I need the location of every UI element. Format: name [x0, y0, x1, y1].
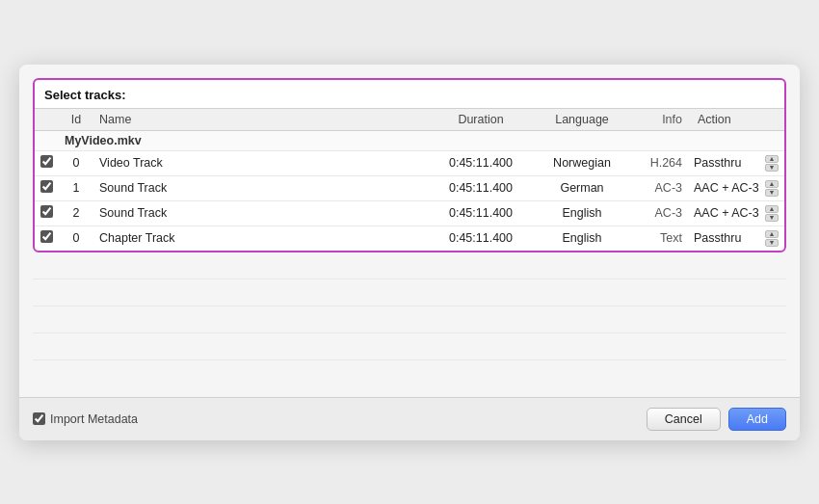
track-info: AC-3	[630, 200, 688, 225]
table-row: 0 Video Track 0:45:11.400 Norwegian H.26…	[35, 150, 784, 175]
file-name: MyVideo.mkv	[59, 130, 784, 150]
table-row: 1 Sound Track 0:45:11.400 German AC-3 AA…	[35, 175, 784, 200]
section-title: Select tracks:	[35, 80, 784, 108]
track-action-stepper[interactable]: ▲ ▼	[765, 230, 779, 247]
add-button[interactable]: Add	[728, 408, 786, 431]
track-language: German	[534, 175, 630, 200]
track-action-cell: Passthru ▲ ▼	[688, 150, 784, 175]
stepper-down-btn[interactable]: ▼	[765, 239, 779, 247]
import-metadata-container: Import Metadata	[33, 412, 138, 426]
stepper-up-btn[interactable]: ▲	[765, 155, 779, 163]
stepper-up-btn[interactable]: ▲	[765, 180, 779, 188]
track-name: Sound Track	[93, 175, 428, 200]
track-id: 0	[59, 225, 93, 251]
track-checkbox-cell[interactable]	[35, 150, 59, 175]
track-duration: 0:45:11.400	[428, 175, 534, 200]
select-tracks-dialog: Select tracks: Id Name Duration Language…	[19, 65, 800, 440]
dialog-footer: Import Metadata Cancel Add	[19, 397, 800, 440]
track-duration: 0:45:11.400	[428, 225, 534, 251]
track-language: English	[534, 200, 630, 225]
track-checkbox-cell[interactable]	[35, 200, 59, 225]
file-row: MyVideo.mkv	[35, 130, 784, 150]
track-action-cell: AAC + AC-3 ▲ ▼	[688, 175, 784, 200]
track-checkbox[interactable]	[40, 205, 53, 218]
footer-buttons: Cancel Add	[647, 408, 786, 431]
track-action-label: Passthru	[694, 231, 759, 245]
track-info: H.264	[630, 150, 688, 175]
table-row: 2 Sound Track 0:45:11.400 English AC-3 A…	[35, 200, 784, 225]
track-duration: 0:45:11.400	[428, 200, 534, 225]
empty-rows-area	[33, 252, 786, 387]
track-checkbox[interactable]	[40, 155, 53, 168]
col-header-name: Name	[93, 108, 428, 130]
track-id: 0	[59, 150, 93, 175]
col-header-check	[35, 108, 59, 130]
track-id: 1	[59, 175, 93, 200]
track-name: Video Track	[93, 150, 428, 175]
empty-row-4	[33, 333, 786, 360]
stepper-down-btn[interactable]: ▼	[765, 214, 779, 222]
tracks-table: Id Name Duration Language Info Action My…	[35, 108, 784, 251]
stepper-down-btn[interactable]: ▼	[765, 164, 779, 172]
track-language: Norwegian	[534, 150, 630, 175]
empty-row-2	[33, 279, 786, 306]
empty-row-1	[33, 252, 786, 279]
track-duration: 0:45:11.400	[428, 150, 534, 175]
track-action-stepper[interactable]: ▲ ▼	[765, 155, 779, 172]
col-header-action: Action	[688, 108, 784, 130]
stepper-down-btn[interactable]: ▼	[765, 189, 779, 197]
track-name: Sound Track	[93, 200, 428, 225]
track-action-stepper[interactable]: ▲ ▼	[765, 180, 779, 197]
stepper-up-btn[interactable]: ▲	[765, 230, 779, 238]
col-header-info: Info	[630, 108, 688, 130]
dialog-body: Select tracks: Id Name Duration Language…	[19, 65, 800, 387]
table-row: 0 Chapter Track 0:45:11.400 English Text…	[35, 225, 784, 251]
track-action-label: AAC + AC-3	[694, 181, 759, 195]
track-checkbox[interactable]	[40, 230, 53, 243]
track-checkbox-cell[interactable]	[35, 225, 59, 251]
col-header-language: Language	[534, 108, 630, 130]
cancel-button[interactable]: Cancel	[647, 408, 721, 431]
import-metadata-label: Import Metadata	[50, 412, 138, 426]
tracks-box: Select tracks: Id Name Duration Language…	[33, 78, 786, 252]
track-info: AC-3	[630, 175, 688, 200]
track-language: English	[534, 225, 630, 251]
track-action-label: Passthru	[694, 156, 759, 170]
stepper-up-btn[interactable]: ▲	[765, 205, 779, 213]
track-checkbox[interactable]	[40, 180, 53, 193]
track-id: 2	[59, 200, 93, 225]
track-action-label: AAC + AC-3	[694, 206, 759, 220]
track-action-stepper[interactable]: ▲ ▼	[765, 205, 779, 222]
track-action-cell: AAC + AC-3 ▲ ▼	[688, 200, 784, 225]
empty-row-3	[33, 306, 786, 333]
track-checkbox-cell[interactable]	[35, 175, 59, 200]
track-action-cell: Passthru ▲ ▼	[688, 225, 784, 251]
track-info: Text	[630, 225, 688, 251]
col-header-duration: Duration	[428, 108, 534, 130]
track-name: Chapter Track	[93, 225, 428, 251]
empty-row-5	[33, 360, 786, 387]
import-metadata-checkbox[interactable]	[33, 412, 45, 425]
col-header-id: Id	[59, 108, 93, 130]
